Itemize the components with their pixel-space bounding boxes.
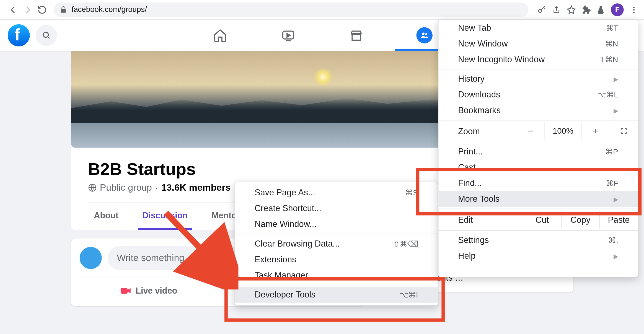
svg-point-2 [633,9,635,10]
chrome-main-menu: New Tab⌘T New Window⌘N New Incognito Win… [438,20,638,277]
lock-icon [60,6,67,14]
fb-search-button[interactable] [36,24,57,46]
reload-button[interactable] [35,2,49,17]
menu-settings[interactable]: Settings⌘, [438,232,638,248]
svg-point-6 [422,32,424,35]
star-icon[interactable] [567,5,576,14]
submenu-task-manager[interactable]: Task Manager [235,267,438,283]
composer-avatar[interactable] [79,247,102,269]
menu-help[interactable]: Help▶ [438,248,638,264]
share-icon[interactable] [552,5,561,14]
submenu-clear-browsing-data[interactable]: Clear Browsing Data...⇧⌘⌫ [235,236,438,252]
browser-toolbar: facebook.com/groups/ F [0,0,644,20]
menu-cast[interactable]: Cast... [438,160,638,175]
menu-downloads[interactable]: Downloads⌥⌘L [438,87,638,103]
submenu-create-shortcut[interactable]: Create Shortcut... [235,201,438,216]
zoom-level: 100% [544,122,581,140]
labs-icon[interactable] [596,5,605,14]
back-button[interactable] [6,2,20,17]
menu-bookmarks[interactable]: Bookmarks▶ [438,103,638,118]
menu-edit: Edit Cut Copy Paste [438,211,638,229]
menu-new-tab[interactable]: New Tab⌘T [438,20,638,36]
zoom-in-button[interactable]: + [581,122,609,140]
key-icon[interactable] [537,5,546,14]
submenu-save-page-as[interactable]: Save Page As...⌘S [235,185,438,201]
nav-groups[interactable] [409,27,439,43]
edit-copy[interactable]: Copy [561,211,599,229]
address-bar[interactable]: facebook.com/groups/ [54,2,528,17]
svg-rect-9 [120,288,127,294]
svg-point-3 [633,11,635,13]
video-icon [120,285,131,297]
more-tools-submenu: Save Page As...⌘S Create Shortcut... Nam… [235,182,438,306]
menu-print[interactable]: Print...⌘P [438,144,638,160]
menu-history[interactable]: History▶ [438,71,638,87]
zoom-out-button[interactable]: − [517,122,544,140]
nav-home[interactable] [205,28,235,42]
fullscreen-button[interactable] [609,122,638,140]
menu-find[interactable]: Find...⌘F [438,175,638,191]
url-text: facebook.com/groups/ [71,5,147,14]
edit-cut[interactable]: Cut [523,211,561,229]
submenu-developer-tools[interactable]: Developer Tools⌥⌘I [235,287,438,303]
composer-live-video[interactable]: Live video [79,281,217,301]
nav-watch[interactable] [273,28,303,42]
submenu-extensions[interactable]: Extensions [235,252,438,267]
submenu-name-window[interactable]: Name Window... [235,216,438,232]
group-tab-discussion[interactable]: Discussion [138,203,192,230]
menu-new-incognito-window[interactable]: New Incognito Window⇧⌘N [438,51,638,67]
menu-more-tools[interactable]: More Tools▶ [438,191,638,207]
globe-icon [88,183,97,192]
menu-zoom: Zoom − 100% + [438,122,638,140]
facebook-logo[interactable] [8,24,30,46]
svg-point-1 [633,6,635,8]
profile-avatar[interactable]: F [611,3,624,16]
forward-button[interactable] [20,2,35,17]
edit-paste[interactable]: Paste [599,211,638,229]
nav-marketplace[interactable] [341,28,371,42]
extensions-icon[interactable] [582,5,591,14]
svg-point-0 [538,9,541,12]
group-tab-about[interactable]: About [90,203,123,230]
svg-point-4 [43,32,48,37]
chrome-menu-button[interactable] [630,5,638,14]
svg-point-7 [425,33,427,35]
menu-new-window[interactable]: New Window⌘N [438,36,638,51]
